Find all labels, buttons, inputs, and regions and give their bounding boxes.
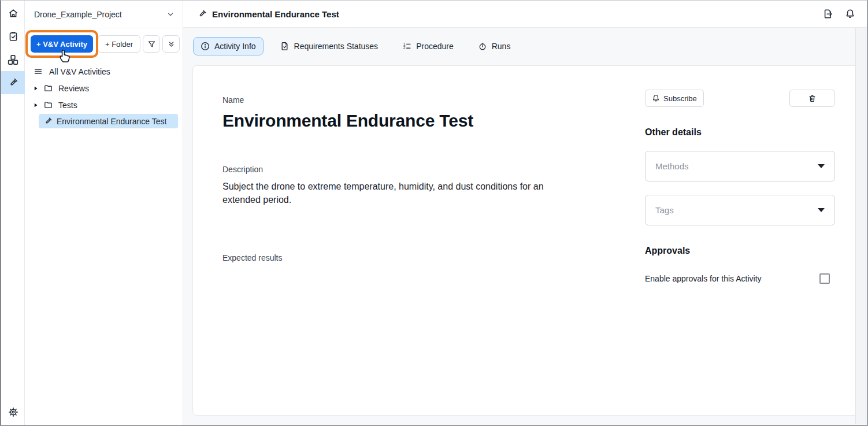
vertical-scrollbar[interactable] xyxy=(855,28,866,424)
add-folder-button[interactable]: + Folder xyxy=(98,35,140,53)
tree-item-all-activities[interactable]: All V&V Activities xyxy=(25,63,183,80)
test-tube-icon xyxy=(43,117,53,126)
project-name: Drone_Example_Project xyxy=(34,10,122,19)
tab-activity-info[interactable]: Activity Info xyxy=(193,37,264,55)
methods-select[interactable]: Methods xyxy=(645,151,835,181)
filter-button[interactable] xyxy=(143,35,160,53)
description-label: Description xyxy=(222,165,263,174)
rail-item-product-tree[interactable] xyxy=(1,48,25,71)
tree-item-label: Reviews xyxy=(58,84,89,93)
tree-item-environmental-endurance-test[interactable]: Environmental Endurance Test xyxy=(39,114,178,128)
rail-item-home[interactable] xyxy=(1,2,25,25)
tree-item-label: Environmental Endurance Test xyxy=(57,117,166,126)
delete-button[interactable] xyxy=(789,90,835,107)
file-check-icon xyxy=(280,42,290,51)
tab-label: Runs xyxy=(492,42,511,51)
enable-approvals-label: Enable approvals for this Activity xyxy=(645,274,762,283)
methods-placeholder: Methods xyxy=(655,161,689,171)
activity-name[interactable]: Environmental Endurance Test xyxy=(222,111,473,131)
collapse-all-button[interactable] xyxy=(162,35,180,53)
details-panel: Subscribe Other details Methods Tags xyxy=(645,90,835,402)
file-export-icon xyxy=(823,9,833,19)
test-tube-icon xyxy=(197,9,207,19)
filter-icon xyxy=(147,40,156,49)
rail-item-settings[interactable] xyxy=(1,401,25,424)
bell-icon xyxy=(652,94,660,102)
gear-icon xyxy=(8,407,18,417)
caret-right-icon xyxy=(32,102,39,109)
header-actions xyxy=(823,9,855,19)
svg-text:2: 2 xyxy=(403,46,406,50)
hamburger-icon xyxy=(34,67,43,76)
approvals-heading: Approvals xyxy=(645,246,690,256)
tab-procedure[interactable]: 12 Procedure xyxy=(395,37,461,55)
tab-bar: Activity Info Requirements Statuses 12 P… xyxy=(183,28,867,55)
tree-item-label: All V&V Activities xyxy=(49,67,110,76)
stopwatch-icon xyxy=(478,42,487,51)
test-tube-icon xyxy=(8,77,18,88)
product-tree-icon xyxy=(8,54,18,65)
vnv-tree: All V&V Activities Reviews Tests xyxy=(25,62,183,128)
project-selector[interactable]: Drone_Example_Project xyxy=(25,1,183,28)
icon-rail xyxy=(1,1,25,425)
tab-requirements-statuses[interactable]: Requirements Statuses xyxy=(273,37,386,55)
double-chevron-down-icon xyxy=(167,40,176,49)
name-label: Name xyxy=(222,95,244,105)
folder-icon xyxy=(44,84,53,92)
activity-info-card: Name Environmental Endurance Test Descri… xyxy=(192,65,859,416)
clipboard-check-icon xyxy=(8,31,18,42)
expected-results-label: Expected results xyxy=(222,253,283,262)
caret-right-icon xyxy=(32,85,39,92)
tree-item-label: Tests xyxy=(58,101,77,110)
enable-approvals-checkbox[interactable] xyxy=(819,273,830,284)
tree-item-reviews[interactable]: Reviews xyxy=(25,80,183,97)
tab-runs[interactable]: Runs xyxy=(470,37,518,55)
tab-label: Requirements Statuses xyxy=(294,42,379,51)
subscribe-label: Subscribe xyxy=(663,94,697,103)
activity-description[interactable]: Subject the drone to extreme temperature… xyxy=(222,180,580,206)
caret-down-icon xyxy=(818,164,825,168)
chevron-down-icon xyxy=(166,10,175,19)
sidebar: Drone_Example_Project + V&V Activity + F… xyxy=(25,1,183,425)
subscribe-button[interactable]: Subscribe xyxy=(645,90,704,107)
trash-icon xyxy=(808,94,817,103)
tree-item-tests[interactable]: Tests xyxy=(25,97,183,113)
caret-down-icon xyxy=(818,208,825,212)
rail-item-requirements[interactable] xyxy=(1,25,25,48)
other-details-heading: Other details xyxy=(645,127,702,138)
main-header: Environmental Endurance Test xyxy=(183,1,867,28)
tags-select[interactable]: Tags xyxy=(645,195,835,225)
enable-approvals-row: Enable approvals for this Activity xyxy=(645,273,835,284)
export-button[interactable] xyxy=(823,9,833,19)
notifications-button[interactable] xyxy=(845,9,855,19)
tab-label: Procedure xyxy=(416,42,454,51)
add-vnv-activity-button[interactable]: + V&V Activity xyxy=(31,35,93,53)
sidebar-actions: + V&V Activity + Folder xyxy=(25,28,183,62)
info-icon xyxy=(201,42,210,51)
main-area: Environmental Endurance Test xyxy=(183,1,867,425)
home-icon xyxy=(8,8,18,18)
numbered-list-icon: 12 xyxy=(402,42,411,51)
folder-icon xyxy=(44,101,53,109)
tab-label: Activity Info xyxy=(214,42,256,51)
tags-placeholder: Tags xyxy=(655,205,674,215)
rail-item-vnv-activities[interactable] xyxy=(1,71,25,94)
bell-icon xyxy=(845,9,855,19)
app-window: Drone_Example_Project + V&V Activity + F… xyxy=(0,0,868,426)
panel-actions-row: Subscribe xyxy=(645,90,835,107)
page-title: Environmental Endurance Test xyxy=(212,9,339,19)
